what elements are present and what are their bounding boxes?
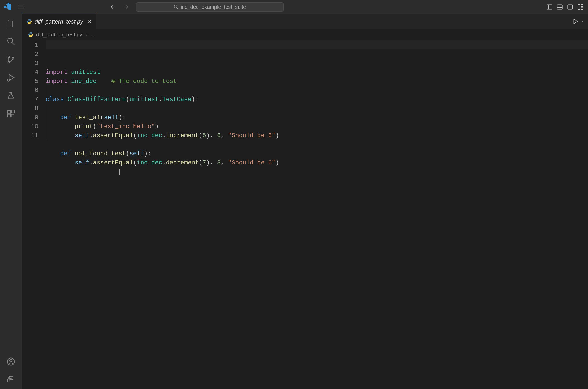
hamburger-menu-icon[interactable] xyxy=(14,2,26,12)
svg-rect-31 xyxy=(12,110,14,113)
source-control-icon[interactable] xyxy=(6,55,16,64)
svg-rect-28 xyxy=(8,110,10,113)
breadcrumb-suffix: ... xyxy=(91,32,96,38)
svg-point-22 xyxy=(12,57,14,59)
svg-rect-13 xyxy=(578,4,580,10)
vscode-logo-icon xyxy=(3,3,12,11)
extensions-icon[interactable] xyxy=(6,109,16,118)
python-env-icon[interactable] xyxy=(6,375,16,384)
run-debug-icon[interactable] xyxy=(6,73,16,82)
nav-back-icon[interactable] xyxy=(108,3,119,11)
svg-point-5 xyxy=(174,5,177,8)
search-text: inc_dec_example_test_suite xyxy=(181,4,246,10)
customize-layout-icon[interactable] xyxy=(576,3,585,11)
accounts-icon[interactable] xyxy=(6,357,16,366)
breadcrumbs[interactable]: diff_pattern_test.py ... xyxy=(22,29,588,40)
svg-point-18 xyxy=(8,38,13,43)
svg-rect-9 xyxy=(557,5,562,9)
svg-rect-15 xyxy=(581,8,583,10)
search-icon xyxy=(174,4,179,10)
python-file-icon xyxy=(26,19,32,25)
tab-filename: diff_pattern_test.py xyxy=(35,18,83,25)
close-tab-icon[interactable]: ✕ xyxy=(87,19,92,25)
nav-forward-icon[interactable] xyxy=(120,3,131,11)
run-dropdown-icon[interactable] xyxy=(581,18,584,25)
svg-point-33 xyxy=(10,359,12,362)
svg-line-6 xyxy=(177,8,178,9)
toggle-secondary-sidebar-icon[interactable] xyxy=(565,3,575,11)
svg-point-21 xyxy=(8,61,10,63)
chevron-right-icon xyxy=(85,33,88,36)
svg-rect-14 xyxy=(581,4,583,7)
svg-point-34 xyxy=(9,377,10,378)
editor-tab[interactable]: diff_pattern_test.py ✕ xyxy=(22,14,96,29)
title-bar: inc_dec_example_test_suite xyxy=(0,0,588,14)
toggle-primary-sidebar-icon[interactable] xyxy=(545,3,554,11)
svg-marker-35 xyxy=(574,19,578,24)
run-file-icon[interactable] xyxy=(572,18,579,25)
code-editor[interactable]: 1234567891011 import unittestimport inc_… xyxy=(22,40,588,389)
svg-rect-7 xyxy=(547,5,552,9)
breadcrumb-filename: diff_pattern_test.py xyxy=(36,32,82,38)
svg-rect-29 xyxy=(8,114,10,117)
explorer-icon[interactable] xyxy=(6,19,16,28)
svg-point-20 xyxy=(8,56,10,58)
svg-line-19 xyxy=(12,42,14,45)
svg-marker-23 xyxy=(9,75,14,81)
testing-icon[interactable] xyxy=(6,91,16,100)
search-view-icon[interactable] xyxy=(6,37,16,46)
svg-rect-30 xyxy=(11,114,14,117)
code-content[interactable]: import unittestimport inc_dec # The code… xyxy=(46,40,588,389)
command-center-search[interactable]: inc_dec_example_test_suite xyxy=(136,2,284,12)
line-number-gutter: 1234567891011 xyxy=(22,40,46,389)
editor-tabs: diff_pattern_test.py ✕ xyxy=(22,14,588,29)
toggle-panel-icon[interactable] xyxy=(555,3,565,11)
activity-bar xyxy=(0,14,22,389)
python-file-icon xyxy=(28,32,34,37)
svg-rect-11 xyxy=(568,5,573,9)
svg-rect-17 xyxy=(8,21,12,27)
